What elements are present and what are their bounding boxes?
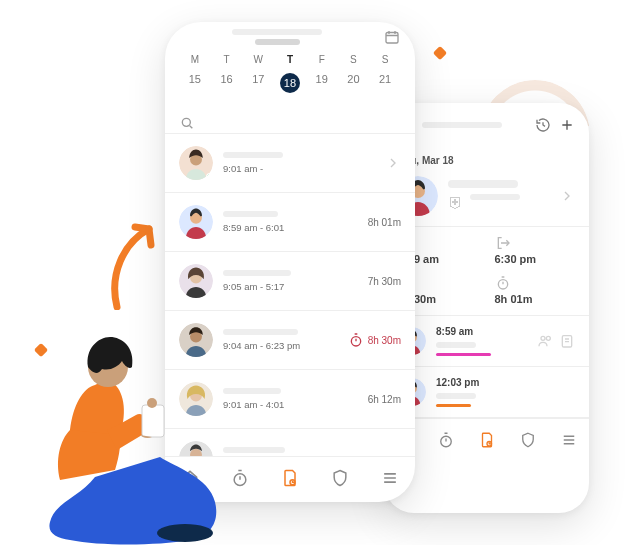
stat-clock-out: 6:30 pm bbox=[495, 235, 576, 265]
tab-timesheet[interactable] bbox=[280, 468, 300, 492]
tab-shield[interactable] bbox=[330, 468, 350, 492]
tab-timer[interactable] bbox=[437, 431, 455, 453]
list-item[interactable]: 9:01 am - bbox=[165, 133, 415, 192]
svg-point-5 bbox=[541, 336, 545, 340]
svg-rect-12 bbox=[386, 33, 398, 44]
list-header bbox=[165, 22, 415, 46]
name-placeholder bbox=[223, 270, 291, 276]
avatar bbox=[179, 146, 213, 180]
cal-day[interactable]: 19 bbox=[306, 69, 338, 97]
tab-timer[interactable] bbox=[230, 468, 250, 492]
cal-day[interactable]: 17 bbox=[242, 69, 274, 97]
decor-dot bbox=[433, 46, 447, 60]
svg-point-6 bbox=[546, 336, 550, 340]
cal-day-today[interactable]: 18 bbox=[274, 69, 306, 97]
name-placeholder bbox=[223, 152, 283, 158]
tab-timesheet[interactable] bbox=[478, 431, 496, 453]
history-icon[interactable] bbox=[535, 117, 551, 133]
entry-icons bbox=[537, 333, 575, 349]
tab-menu[interactable] bbox=[560, 431, 578, 453]
search-icon bbox=[179, 115, 195, 131]
overtime-value: 8h 30m bbox=[348, 332, 401, 348]
status-dot-online bbox=[206, 173, 213, 180]
chevron-right-icon bbox=[385, 155, 401, 171]
cal-date-row: 15 16 17 18 19 20 21 bbox=[179, 69, 401, 97]
svg-point-27 bbox=[234, 473, 246, 485]
subtitle-placeholder bbox=[255, 39, 300, 45]
cal-dow-row: M T W T F S S bbox=[179, 50, 401, 69]
name-placeholder bbox=[223, 447, 285, 453]
list-item[interactable]: 8:59 am - 6:01 8h 01m bbox=[165, 192, 415, 251]
illustration-person bbox=[0, 285, 230, 545]
cal-day[interactable]: 20 bbox=[338, 69, 370, 97]
svg-point-29 bbox=[157, 524, 213, 542]
week-calendar: M T W T F S S 15 16 17 18 19 20 21 bbox=[165, 46, 415, 107]
name-placeholder bbox=[223, 388, 281, 394]
calendar-icon[interactable] bbox=[383, 28, 401, 46]
title-placeholder bbox=[422, 122, 502, 128]
logout-icon bbox=[495, 235, 576, 249]
chevron-right-icon bbox=[559, 188, 575, 204]
tab-shield[interactable] bbox=[519, 431, 537, 453]
search-bar[interactable] bbox=[165, 107, 415, 133]
progress-bar bbox=[436, 404, 471, 407]
stopwatch-icon bbox=[495, 275, 576, 289]
add-icon[interactable] bbox=[559, 117, 575, 133]
avatar bbox=[179, 205, 213, 239]
svg-rect-32 bbox=[142, 405, 164, 437]
name-placeholder bbox=[223, 211, 278, 217]
name-placeholder bbox=[223, 329, 298, 335]
svg-point-13 bbox=[182, 118, 190, 126]
overtime-icon bbox=[348, 332, 364, 348]
svg-point-33 bbox=[147, 398, 157, 408]
progress-bar bbox=[436, 353, 491, 356]
title-placeholder bbox=[232, 29, 322, 35]
name-placeholder bbox=[448, 180, 518, 188]
tab-menu[interactable] bbox=[380, 468, 400, 492]
cal-day[interactable]: 16 bbox=[211, 69, 243, 97]
cal-day[interactable]: 15 bbox=[179, 69, 211, 97]
cal-day[interactable]: 21 bbox=[369, 69, 401, 97]
stat-total: 8h 01m bbox=[495, 275, 576, 305]
